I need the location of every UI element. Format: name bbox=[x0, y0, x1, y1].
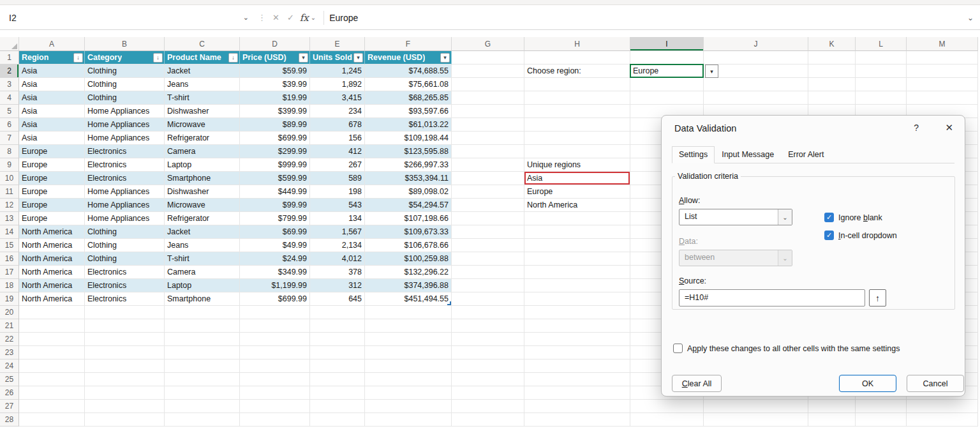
cell-H18[interactable] bbox=[524, 279, 630, 292]
row-header-27[interactable]: 27 bbox=[0, 400, 19, 413]
cell-H2[interactable]: Choose region: bbox=[524, 64, 630, 78]
cell-C12[interactable]: Microwave bbox=[165, 199, 240, 212]
cell-H9[interactable]: Unique regions bbox=[524, 158, 630, 172]
allow-dropdown-chevron-icon[interactable]: ⌄ bbox=[778, 209, 792, 225]
cell-F7[interactable]: $109,198.44 bbox=[365, 132, 452, 145]
col-header-A[interactable]: A bbox=[19, 37, 85, 51]
tab-settings[interactable]: Settings bbox=[672, 146, 715, 163]
help-icon[interactable]: ? bbox=[914, 123, 919, 133]
confirm-entry-icon[interactable]: ✓ bbox=[283, 13, 298, 22]
cell-F3[interactable]: $75,661.08 bbox=[365, 78, 452, 91]
cell-E25[interactable] bbox=[310, 373, 365, 386]
col-header-B[interactable]: B bbox=[85, 37, 165, 51]
cell-F21[interactable] bbox=[365, 319, 452, 333]
cell-J27[interactable] bbox=[704, 400, 808, 413]
cell-H11[interactable]: Europe bbox=[524, 185, 630, 199]
cell-J3[interactable] bbox=[704, 78, 808, 91]
cell-A18[interactable]: North America bbox=[19, 279, 85, 292]
cell-A15[interactable]: North America bbox=[19, 239, 85, 252]
row-header-5[interactable]: 5 bbox=[0, 105, 19, 118]
cell-G4[interactable] bbox=[452, 91, 524, 105]
cell-B5[interactable]: Home Appliances bbox=[85, 105, 165, 118]
cell-D18[interactable]: $1,199.99 bbox=[240, 279, 310, 292]
cell-E20[interactable] bbox=[310, 306, 365, 319]
cell-F2[interactable]: $74,688.55 bbox=[365, 64, 452, 78]
cell-E6[interactable]: 678 bbox=[310, 118, 365, 132]
cell-I4[interactable] bbox=[630, 91, 704, 105]
col-header-K[interactable]: K bbox=[808, 37, 856, 51]
sort-filter-icon[interactable]: ↓ bbox=[153, 53, 163, 63]
cell-C7[interactable]: Refrigerator bbox=[165, 132, 240, 145]
cell-F14[interactable]: $109,673.33 bbox=[365, 225, 452, 239]
row-header-4[interactable]: 4 bbox=[0, 91, 19, 105]
filter-icon[interactable]: ▾ bbox=[353, 53, 363, 63]
cell-A13[interactable]: Europe bbox=[19, 212, 85, 225]
cell-E22[interactable] bbox=[310, 333, 365, 346]
cell-B19[interactable]: Electronics bbox=[85, 292, 165, 306]
row-header-3[interactable]: 3 bbox=[0, 78, 19, 91]
cell-K2[interactable] bbox=[808, 64, 856, 78]
cell-F23[interactable] bbox=[365, 346, 452, 359]
cell-E7[interactable]: 156 bbox=[310, 132, 365, 145]
cell-C16[interactable]: T-shirt bbox=[165, 252, 240, 266]
cell-E16[interactable]: 4,012 bbox=[310, 252, 365, 266]
cell-A8[interactable]: Europe bbox=[19, 145, 85, 158]
fx-chevron-icon[interactable]: ⌄ bbox=[311, 14, 318, 21]
cell-I1[interactable] bbox=[630, 51, 704, 64]
cell-C24[interactable] bbox=[165, 359, 240, 373]
cell-C17[interactable]: Camera bbox=[165, 266, 240, 279]
cell-E3[interactable]: 1,892 bbox=[310, 78, 365, 91]
row-header-25[interactable]: 25 bbox=[0, 373, 19, 386]
cell-C1[interactable]: Product Name↓ bbox=[165, 51, 240, 64]
row-header-20[interactable]: 20 bbox=[0, 306, 19, 319]
cell-C6[interactable]: Microwave bbox=[165, 118, 240, 132]
sort-filter-icon[interactable]: ↓ bbox=[73, 53, 83, 63]
row-header-26[interactable]: 26 bbox=[0, 386, 19, 400]
cell-A9[interactable]: Europe bbox=[19, 158, 85, 172]
cell-H21[interactable] bbox=[524, 319, 630, 333]
cell-H19[interactable] bbox=[524, 292, 630, 306]
cell-E17[interactable]: 378 bbox=[310, 266, 365, 279]
expand-formula-bar-icon[interactable]: ⌄ bbox=[967, 13, 980, 22]
cell-C2[interactable]: Jacket bbox=[165, 64, 240, 78]
cell-B7[interactable]: Home Appliances bbox=[85, 132, 165, 145]
cell-G23[interactable] bbox=[452, 346, 524, 359]
cell-D6[interactable]: $89.99 bbox=[240, 118, 310, 132]
cell-G12[interactable] bbox=[452, 199, 524, 212]
cell-H25[interactable] bbox=[524, 373, 630, 386]
cell-H8[interactable] bbox=[524, 145, 630, 158]
cell-F27[interactable] bbox=[365, 400, 452, 413]
col-header-F[interactable]: F bbox=[365, 37, 452, 51]
filter-icon[interactable]: ▾ bbox=[299, 53, 308, 63]
cell-H12[interactable]: North America bbox=[524, 199, 630, 212]
cell-D1[interactable]: Price (USD)▾ bbox=[240, 51, 310, 64]
cell-I2[interactable]: Europe▾ bbox=[630, 64, 704, 78]
cell-C19[interactable]: Smartphone bbox=[165, 292, 240, 306]
cell-E26[interactable] bbox=[310, 386, 365, 400]
name-box[interactable]: I2 ⌄ bbox=[0, 6, 255, 29]
cell-A28[interactable] bbox=[19, 413, 85, 427]
cell-A5[interactable]: Asia bbox=[19, 105, 85, 118]
formula-bar-separator-icon[interactable]: ⋮ bbox=[255, 13, 269, 22]
cell-B28[interactable] bbox=[85, 413, 165, 427]
cell-C4[interactable]: T-shirt bbox=[165, 91, 240, 105]
cell-D19[interactable]: $699.99 bbox=[240, 292, 310, 306]
cell-H24[interactable] bbox=[524, 359, 630, 373]
cell-F25[interactable] bbox=[365, 373, 452, 386]
cell-F12[interactable]: $54,294.57 bbox=[365, 199, 452, 212]
cell-E23[interactable] bbox=[310, 346, 365, 359]
cell-B8[interactable]: Electronics bbox=[85, 145, 165, 158]
cell-H28[interactable] bbox=[524, 413, 630, 427]
cell-K28[interactable] bbox=[808, 413, 856, 427]
cell-G10[interactable] bbox=[452, 172, 524, 185]
cell-H17[interactable] bbox=[524, 266, 630, 279]
row-header-2[interactable]: 2 bbox=[0, 64, 19, 78]
cell-F8[interactable]: $123,595.88 bbox=[365, 145, 452, 158]
cell-C22[interactable] bbox=[165, 333, 240, 346]
cell-H20[interactable] bbox=[524, 306, 630, 319]
col-header-C[interactable]: C bbox=[165, 37, 240, 51]
cell-D7[interactable]: $699.99 bbox=[240, 132, 310, 145]
cell-G25[interactable] bbox=[452, 373, 524, 386]
row-header-16[interactable]: 16 bbox=[0, 252, 19, 266]
cell-A26[interactable] bbox=[19, 386, 85, 400]
